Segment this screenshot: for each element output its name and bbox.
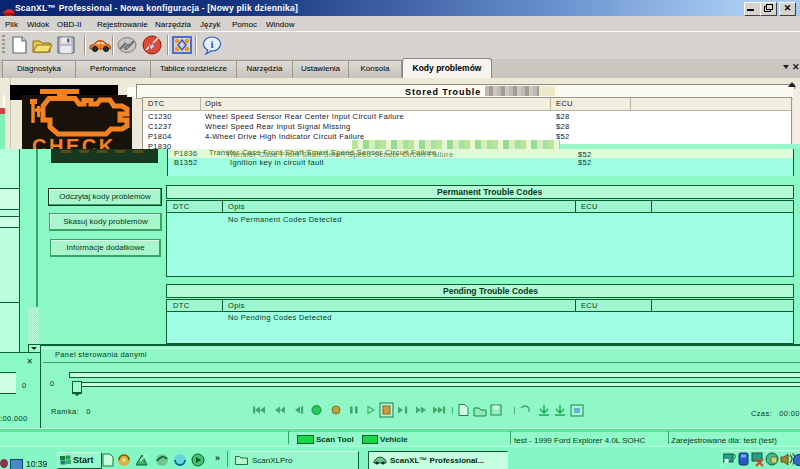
svg-text:i: i <box>210 38 213 50</box>
